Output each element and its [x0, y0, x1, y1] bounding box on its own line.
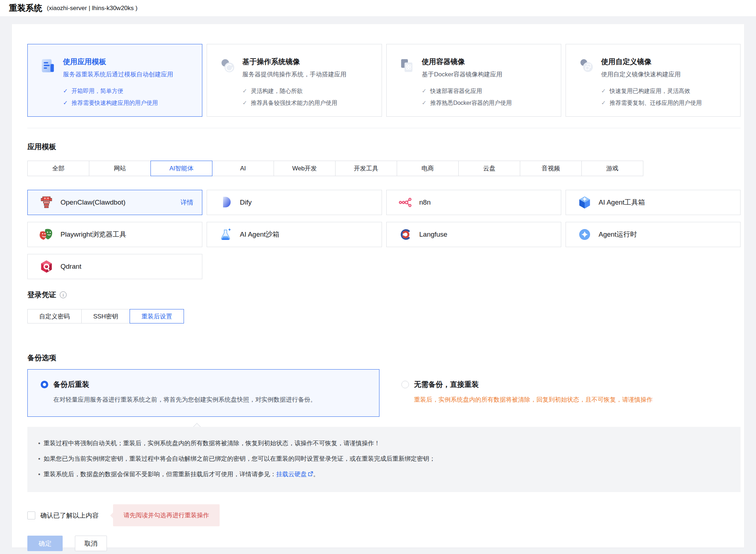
template-card-dify[interactable]: Dify	[207, 190, 382, 215]
backup-option-no-backup[interactable]: 无需备份，直接重装 重装后，实例系统盘内的所有数据将被清除，回复到初始状态，且不…	[388, 369, 741, 417]
note-line: •重装系统后，数据盘的数据会保留不受影响，但需重新挂载后才可使用，详情请参见：挂…	[38, 466, 730, 482]
check-icon: ✓	[422, 97, 427, 109]
method-point: 推荐需要复制、迁移应用的用户使用	[609, 97, 702, 109]
confirm-warning-tooltip: 请先阅读并勾选再进行重装操作	[113, 504, 220, 526]
login-credential-heading: 登录凭证 i	[27, 290, 741, 300]
template-label: Dify	[240, 198, 252, 206]
method-card-container-image[interactable]: 使用容器镜像 基于Docker容器镜像构建应用 ✓快速部署容器化应用 ✓推荐熟悉…	[386, 44, 561, 117]
confirm-checkbox[interactable]	[27, 511, 35, 519]
credential-tabs: 自定义密码 SSH密钥 重装后设置	[27, 309, 741, 323]
info-icon[interactable]: i	[60, 291, 67, 298]
tab-ecommerce[interactable]: 电商	[397, 161, 459, 176]
method-title: 使用容器镜像	[422, 57, 512, 66]
ai-agent-sandbox-icon	[219, 228, 233, 241]
check-icon: ✓	[601, 97, 606, 109]
tab-custom-password[interactable]: 自定义密码	[27, 309, 82, 323]
template-card-langfuse[interactable]: Langfuse	[386, 222, 561, 247]
backup-option-desc: 在对轻量应用服务器进行重装系统之前，将首先为您创建实例系统盘快照，对实例数据进行…	[53, 396, 379, 404]
agent-runtime-icon	[578, 228, 591, 241]
method-desc: 服务器重装系统后通过模板自动创建应用	[63, 70, 173, 79]
template-card-agent-runtime[interactable]: Agent运行时	[566, 222, 741, 247]
method-point: 推荐熟悉Docker容器的用户使用	[430, 97, 512, 109]
template-card-qdrant[interactable]: Qdrant	[27, 254, 202, 279]
template-detail-link[interactable]: 详情	[180, 198, 193, 207]
os-image-icon	[219, 57, 237, 75]
tab-website[interactable]: 网站	[89, 161, 151, 176]
backup-option-title: 无需备份，直接重装	[414, 380, 479, 389]
cancel-button[interactable]: 取消	[75, 536, 107, 551]
template-card-ai-agent-toolbox[interactable]: AI Agent工具箱	[566, 190, 741, 215]
install-method-cards: 使用应用模板 服务器重装系统后通过模板自动创建应用 ✓开箱即用，简单方便 ✓推荐…	[27, 44, 741, 117]
backup-warning-text: 重装后，实例系统盘内的所有数据将被清除，回复到初始状态，且不可恢复，请谨慎操作	[414, 396, 740, 404]
page-header: 重装系统 (xiaozhi-server | lhins-k30w20ks )	[0, 0, 756, 16]
method-title: 使用应用模板	[63, 57, 173, 66]
radio-unselected-icon[interactable]	[401, 381, 409, 388]
method-point: 开箱即用，简单方便	[71, 85, 123, 97]
qdrant-icon	[40, 260, 53, 273]
ai-agent-toolbox-icon	[578, 196, 591, 209]
method-desc: 服务器提供纯操作系统，手动搭建应用	[242, 70, 346, 79]
tab-dev-tools[interactable]: 开发工具	[335, 161, 397, 176]
reinstall-notes-box: •重装过程中将强制自动关机；重装后，实例系统盘内的所有数据将被清除，恢复到初始状…	[27, 427, 741, 492]
reinstall-panel: 使用应用模板 服务器重装系统后通过模板自动创建应用 ✓开箱即用，简单方便 ✓推荐…	[12, 24, 744, 548]
custom-image-icon	[578, 57, 595, 75]
container-image-icon	[399, 57, 416, 75]
tab-ssh-key[interactable]: SSH密钥	[81, 309, 130, 323]
tab-set-after-reinstall[interactable]: 重装后设置	[130, 309, 184, 323]
section-divider	[27, 128, 741, 128]
check-icon: ✓	[422, 85, 427, 97]
mount-cloud-disk-link[interactable]: 挂载云硬盘	[276, 471, 307, 478]
check-icon: ✓	[63, 97, 68, 109]
check-icon: ✓	[63, 85, 68, 97]
method-card-app-template[interactable]: 使用应用模板 服务器重装系统后通过模板自动创建应用 ✓开箱即用，简单方便 ✓推荐…	[27, 44, 202, 117]
method-card-custom-image[interactable]: 使用自定义镜像 使用自定义镜像快速构建应用 ✓快速复用已构建应用，灵活高效 ✓推…	[566, 44, 741, 117]
method-point: 快速部署容器化应用	[430, 85, 482, 97]
confirm-checkbox-label[interactable]: 确认已了解以上内容	[40, 511, 99, 520]
template-label: AI Agent沙箱	[240, 230, 279, 239]
confirm-button[interactable]: 确定	[27, 536, 63, 551]
openclaw-icon	[40, 196, 53, 209]
method-point: 推荐需要快速构建应用的用户使用	[71, 97, 158, 109]
template-category-tabs: 全部 网站 AI智能体 AI Web开发 开发工具 电商 云盘 音视频 游戏	[27, 161, 741, 176]
bullet-icon: •	[38, 471, 40, 478]
backup-option-title: 备份后重装	[53, 380, 89, 389]
method-title: 基于操作系统镜像	[242, 57, 346, 66]
check-icon: ✓	[242, 97, 247, 109]
tab-audio-video[interactable]: 音视频	[520, 161, 582, 176]
template-label: Qdrant	[60, 263, 81, 271]
app-template-icon	[40, 57, 57, 75]
template-card-playwright[interactable]: Playwright浏览器工具	[27, 222, 202, 247]
backup-options-heading: 备份选项	[27, 353, 741, 363]
method-card-os-image[interactable]: 基于操作系统镜像 服务器提供纯操作系统，手动搭建应用 ✓灵活构建，随心所欲 ✓推…	[207, 44, 382, 117]
n8n-icon	[399, 196, 412, 209]
template-card-ai-agent-sandbox[interactable]: AI Agent沙箱	[207, 222, 382, 247]
check-icon: ✓	[601, 85, 606, 97]
tab-web-dev[interactable]: Web开发	[274, 161, 336, 176]
template-card-openclaw[interactable]: OpenClaw(Clawdbot) 详情	[27, 190, 202, 215]
backup-option-backup-first[interactable]: 备份后重装 在对轻量应用服务器进行重装系统之前，将首先为您创建实例系统盘快照，对…	[27, 369, 379, 417]
method-desc: 使用自定义镜像快速构建应用	[601, 70, 702, 79]
template-label: Agent运行时	[599, 230, 637, 239]
note-line: •重装过程中将强制自动关机；重装后，实例系统盘内的所有数据将被清除，恢复到初始状…	[38, 435, 730, 451]
instance-identifier: (xiaozhi-server | lhins-k30w20ks )	[47, 5, 138, 12]
dify-icon	[219, 196, 233, 209]
playwright-icon	[40, 228, 53, 241]
radio-selected-icon[interactable]	[41, 381, 48, 388]
method-title: 使用自定义镜像	[601, 57, 702, 66]
tab-all[interactable]: 全部	[27, 161, 89, 176]
external-link-icon	[308, 471, 313, 477]
template-label: Playwright浏览器工具	[60, 230, 126, 239]
template-card-n8n[interactable]: n8n	[386, 190, 561, 215]
bullet-icon: •	[38, 440, 40, 447]
tab-ai-agent[interactable]: AI智能体	[150, 161, 212, 176]
template-label: Langfuse	[419, 231, 447, 238]
template-label: OpenClaw(Clawdbot)	[60, 198, 126, 206]
check-icon: ✓	[242, 85, 247, 97]
tab-cloud-disk[interactable]: 云盘	[458, 161, 520, 176]
note-line: •如果您已为当前实例绑定密钥，重装过程中将会自动解绑之前已绑定的密钥，您可以在重…	[38, 451, 730, 466]
method-point: 灵活构建，随心所欲	[251, 85, 303, 97]
template-label: n8n	[419, 198, 431, 206]
langfuse-icon	[399, 228, 412, 241]
tab-ai[interactable]: AI	[212, 161, 274, 176]
tab-games[interactable]: 游戏	[581, 161, 643, 176]
